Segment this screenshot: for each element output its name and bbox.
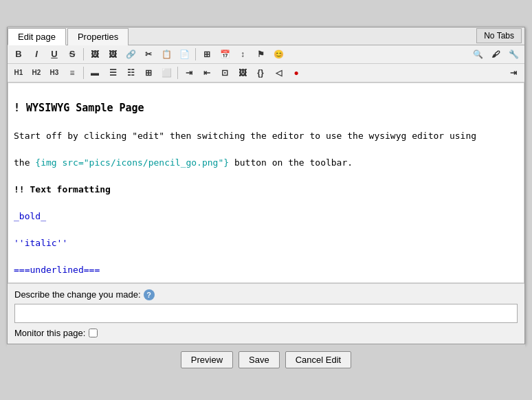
embed-button[interactable]: {} (252, 65, 269, 80)
table-button[interactable]: ⊞ (199, 47, 215, 62)
sort-button[interactable]: ↕ (234, 47, 251, 62)
separator-4 (177, 67, 178, 79)
image3-button[interactable]: 🖼 (234, 65, 251, 80)
save-button[interactable]: Save (239, 351, 280, 368)
wrench-button[interactable]: 🔧 (505, 47, 522, 62)
editor-area: ! WYSIWYG Sample Page Start off by click… (8, 82, 524, 283)
table3-button[interactable]: ⊡ (217, 65, 233, 80)
strikethrough-button[interactable]: S (64, 47, 80, 62)
link-button[interactable]: 🔗 (122, 47, 139, 62)
line-underlined: ===underlined=== (14, 265, 100, 275)
list-ul-button[interactable]: ☰ (104, 65, 121, 80)
toolbar-row-2: H1 H2 H3 ≡ ▬ ☰ ☷ ⊞ ⬜ ⇥ ⇤ ⊡ 🖼 {} ◁ ● ⇥ (8, 64, 524, 82)
tabs-row: Edit page Properties No Tabs (8, 27, 524, 45)
monitor-row: Monitor this page: (14, 328, 518, 338)
link2-button[interactable]: ⊞ (140, 65, 157, 80)
monitor-checkbox[interactable] (89, 329, 98, 337)
emoji-button[interactable]: 😊 (270, 47, 287, 62)
cancel-edit-button[interactable]: Cancel Edit (285, 351, 351, 368)
outdent-button[interactable]: ⇤ (199, 65, 215, 80)
line-heading1: ! WYSIWYG Sample Page (14, 102, 144, 114)
search-button[interactable]: 🔍 (469, 47, 486, 62)
monitor-label: Monitor this page: (14, 328, 85, 338)
action-row: Preview Save Cancel Edit (7, 344, 525, 374)
preview-button[interactable]: Preview (181, 351, 233, 368)
main-window: Edit page Properties No Tabs B I U S 🖼 🖼… (7, 27, 525, 344)
editor-content[interactable]: ! WYSIWYG Sample Page Start off by click… (8, 83, 524, 282)
toolbar-row-1: B I U S 🖼 🖼 🔗 ✂ 📋 📄 ⊞ 📅 ↕ ⚑ 😊 🔍 🖌 🔧 (8, 45, 524, 64)
separator-3 (83, 67, 84, 79)
box-button[interactable]: ▬ (87, 65, 103, 80)
paste-button[interactable]: 📄 (176, 47, 192, 62)
change-input[interactable] (14, 304, 518, 323)
delete-button[interactable]: ● (288, 65, 304, 80)
align-button[interactable]: ≡ (64, 65, 80, 80)
line-2: the {img src="pics/icons/pencil_go.png"}… (14, 157, 353, 168)
image2-button[interactable]: 🖼 (104, 47, 121, 62)
separator-1 (83, 48, 84, 60)
change-label: Describe the change you made: ? (14, 289, 518, 300)
cut-button[interactable]: ✂ (140, 47, 157, 62)
line-bold: _bold_ (14, 211, 46, 221)
tab-properties[interactable]: Properties (67, 28, 129, 45)
italic-button[interactable]: I (28, 47, 45, 62)
separator-2 (195, 48, 196, 60)
line-heading2: !! Text formatting (14, 184, 111, 195)
tab-edit-page[interactable]: Edit page (8, 28, 66, 45)
h3-button[interactable]: H3 (46, 65, 63, 80)
indent-button[interactable]: ⇥ (181, 65, 197, 80)
h1-button[interactable]: H1 (10, 65, 27, 80)
line-italic: ''italic'' (14, 238, 67, 248)
bold-button[interactable]: B (10, 47, 27, 62)
calendar-button[interactable]: 📅 (217, 47, 233, 62)
code-button[interactable]: ◁ (270, 65, 287, 80)
flag-button[interactable]: ⚑ (252, 47, 269, 62)
h2-button[interactable]: H2 (28, 65, 45, 80)
change-label-text: Describe the change you made: (14, 289, 141, 300)
no-tabs-button[interactable]: No Tabs (476, 28, 522, 43)
copy-button[interactable]: 📋 (158, 47, 175, 62)
help-icon[interactable]: ? (144, 289, 155, 300)
list-ol-button[interactable]: ☷ (122, 65, 139, 80)
bottom-section: Describe the change you made: ? Monitor … (8, 283, 524, 344)
image-button[interactable]: 🖼 (87, 47, 103, 62)
expand-right-button[interactable]: ⇥ (505, 65, 522, 80)
expand-button[interactable]: ⬜ (158, 65, 175, 80)
paintbrush-button[interactable]: 🖌 (487, 47, 504, 62)
line-1: Start off by clicking "edit" then switch… (14, 131, 476, 141)
underline-button[interactable]: U (46, 47, 63, 62)
